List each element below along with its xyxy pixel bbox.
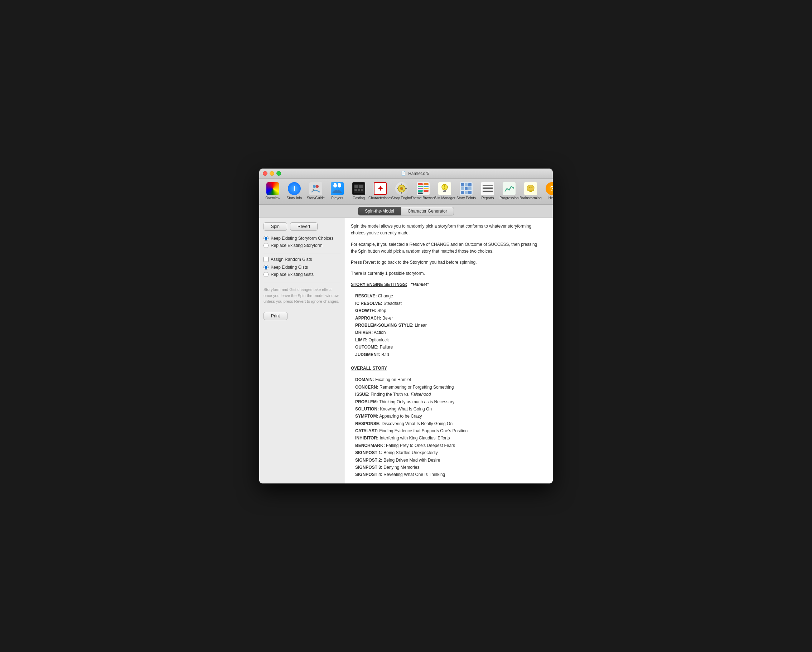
toolbar-item-story-engine[interactable]: Story Engine xyxy=(392,181,412,201)
radio-replace-gists-indicator xyxy=(264,272,269,277)
toolbar-label-help: Help xyxy=(548,196,553,200)
svg-point-18 xyxy=(513,187,514,189)
spin-button[interactable]: Spin xyxy=(264,222,287,231)
storyform-radio-group: Keep Existing Storyform Choices Replace … xyxy=(264,236,340,248)
radio-keep-gists[interactable]: Keep Existing Gists xyxy=(264,265,340,270)
toolbar: Overview i Story Info StoryGuide xyxy=(259,178,553,205)
toolbar-label-story-points: Story Points xyxy=(456,196,476,200)
setting-judgment: JUDGMENT: Bad xyxy=(351,351,541,358)
toolbar-item-gist-manager[interactable]: Gist Manager xyxy=(435,181,455,201)
tab-spin-model[interactable]: Spin-the-Model xyxy=(358,207,401,215)
setting-limit: LIMIT: Optionlock xyxy=(351,337,541,344)
assign-random-gists-label: Assign Random Gists xyxy=(271,257,312,262)
toolbar-item-story-info[interactable]: i Story Info xyxy=(284,181,304,201)
characteristics-icon: ✦ xyxy=(374,182,387,195)
toolbar-label-story-engine: Story Engine xyxy=(391,196,412,200)
os-domain: DOMAIN: Fixating on Hamlet xyxy=(351,376,541,383)
setting-growth: GROWTH: Stop xyxy=(351,307,541,314)
intro-para-4: There is currently 1 possible storyform. xyxy=(351,270,541,277)
maximize-button[interactable] xyxy=(276,171,281,176)
overall-story-header-text: OVERALL STORY xyxy=(351,366,387,371)
radio-keep-existing-indicator xyxy=(264,236,269,241)
toolbar-item-casting[interactable]: Casting xyxy=(349,181,369,201)
window-title: Hamlet.dr5 xyxy=(408,171,429,176)
help-icon: ? xyxy=(546,182,553,195)
progression-icon xyxy=(503,182,516,195)
setting-judgment-label: JUDGMENT: xyxy=(355,352,380,357)
toolbar-item-progression[interactable]: Progression xyxy=(499,181,519,201)
toolbar-label-gist-manager: Gist Manager xyxy=(434,196,455,200)
radio-keep-existing-storyform[interactable]: Keep Existing Storyform Choices xyxy=(264,236,340,241)
toolbar-label-overview: Overview xyxy=(265,196,280,200)
close-button[interactable] xyxy=(263,171,267,176)
main-content: Spin the model allows you to randomly pi… xyxy=(345,218,553,483)
setting-approach-value: Be-er xyxy=(382,315,393,321)
setting-judgment-value: Bad xyxy=(381,352,389,357)
radio-replace-gists[interactable]: Replace Existing Gists xyxy=(264,272,340,277)
story-engine-header-line: STORY ENGINE SETTINGS: "Hamlet" xyxy=(351,281,541,288)
svg-rect-7 xyxy=(354,185,359,188)
tab-char-gen[interactable]: Character Generator xyxy=(401,207,454,215)
setting-problem-solving-value: Linear xyxy=(415,323,426,328)
radio-keep-gists-label: Keep Existing Gists xyxy=(271,265,308,270)
os-benchmark: BENCHMARK: Falling Prey to One's Deepest… xyxy=(351,442,541,449)
svg-rect-16 xyxy=(443,191,446,192)
setting-ic-resolve-label: IC RESOLVE: xyxy=(355,301,382,306)
os-issue: ISSUE: Finding the Truth vs. Falsehood xyxy=(351,391,541,398)
setting-outcome-value: Failure xyxy=(380,344,393,350)
toolbar-item-players[interactable]: Players xyxy=(327,181,347,201)
setting-problem-solving: PROBLEM-SOLVING STYLE: Linear xyxy=(351,322,541,329)
svg-rect-9 xyxy=(354,189,357,191)
svg-point-4 xyxy=(337,184,341,187)
window-title-area: 📄 Hamlet.dr5 xyxy=(281,171,549,176)
setting-ic-resolve-value: Steadfast xyxy=(383,301,402,306)
svg-point-2 xyxy=(313,189,314,191)
setting-approach-label: APPROACH: xyxy=(355,315,381,321)
theme-browser-icon xyxy=(417,182,430,195)
os-symptom: SYMPTOM: Appearing to be Crazy xyxy=(351,413,541,420)
radio-replace-gists-label: Replace Existing Gists xyxy=(271,272,314,277)
toolbar-item-reports[interactable]: Reports xyxy=(478,181,498,201)
toolbar-item-storyguide[interactable]: StoryGuide xyxy=(306,181,326,201)
brainstorming-icon xyxy=(524,182,537,195)
toolbar-label-storyguide: StoryGuide xyxy=(307,196,325,200)
toolbar-item-story-points[interactable]: Story Points xyxy=(456,181,476,201)
os-signpost3: SIGNPOST 3: Denying Memories xyxy=(351,464,541,471)
setting-limit-label: LIMIT: xyxy=(355,337,367,343)
toolbar-item-help[interactable]: ? Help xyxy=(542,181,553,201)
setting-limit-value: Optionlock xyxy=(368,337,389,343)
revert-button[interactable]: Revert xyxy=(290,222,317,231)
os-problem: PROBLEM: Thinking Only as much as is Nec… xyxy=(351,398,541,405)
assign-random-gists-check xyxy=(264,257,269,262)
toolbar-item-brainstorming[interactable]: Brainstorming xyxy=(520,181,540,201)
titlebar: 📄 Hamlet.dr5 xyxy=(259,169,553,178)
toolbar-label-theme-browser: Theme Browser xyxy=(411,196,436,200)
story-engine-icon xyxy=(395,182,408,195)
story-engine-subtitle-text: "Hamlet" xyxy=(411,282,429,287)
svg-point-1 xyxy=(316,185,319,188)
assign-random-gists-checkbox[interactable]: Assign Random Gists xyxy=(264,257,340,262)
story-engine-header-text: STORY ENGINE SETTINGS: xyxy=(351,282,407,287)
toolbar-label-story-info: Story Info xyxy=(287,196,302,200)
players-icon xyxy=(331,182,344,195)
print-button[interactable]: Print xyxy=(264,312,287,320)
sidebar: Spin Revert Keep Existing Storyform Choi… xyxy=(259,218,345,483)
toolbar-item-theme-browser[interactable]: Theme Browser xyxy=(413,181,433,201)
os-solution: SOLUTION: Knowing What Is Going On xyxy=(351,405,541,413)
toolbar-item-characteristics[interactable]: ✦ Characteristics xyxy=(370,181,390,201)
storyguide-icon xyxy=(309,182,322,195)
radio-replace-label: Replace Existing Storyform xyxy=(271,243,323,248)
radio-replace-storyform[interactable]: Replace Existing Storyform xyxy=(264,243,340,248)
toolbar-label-players: Players xyxy=(331,196,343,200)
minimize-button[interactable] xyxy=(270,171,274,176)
os-catalyst: CATALYST: Finding Evidence that Supports… xyxy=(351,427,541,434)
traffic-lights xyxy=(263,171,281,176)
setting-driver-value: Action xyxy=(374,330,386,335)
toolbar-item-overview[interactable]: Overview xyxy=(263,181,283,201)
toolbar-label-reports: Reports xyxy=(481,196,494,200)
gist-radio-group: Keep Existing Gists Replace Existing Gis… xyxy=(264,265,340,277)
svg-rect-19 xyxy=(529,191,533,192)
svg-point-3 xyxy=(333,184,337,187)
sidebar-note: Storyform and Gist changes take effect o… xyxy=(264,286,340,305)
setting-ic-resolve: IC RESOLVE: Steadfast xyxy=(351,300,541,307)
